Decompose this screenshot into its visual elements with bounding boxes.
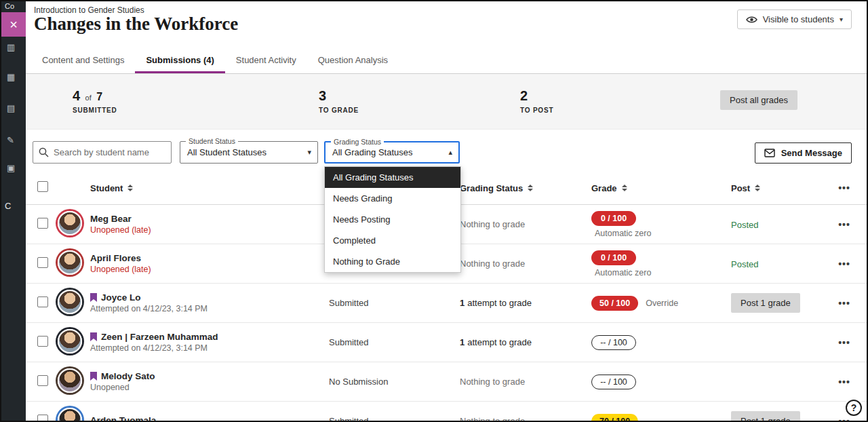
visibility-button[interactable]: Visible to students ▾ [737, 9, 852, 29]
grade-note: Automatic zero [591, 268, 651, 277]
row-menu-button[interactable]: ••• [838, 298, 850, 309]
send-message-button[interactable]: Send Message [755, 142, 852, 164]
column-header-grade[interactable]: Grade [591, 183, 731, 193]
chevron-up-icon: ▴ [448, 148, 452, 157]
envelope-icon [764, 149, 775, 157]
avatar [58, 329, 82, 353]
post-grade-button[interactable]: Post 1 grade [731, 411, 800, 422]
grading-status-cell: 1attempt to grade [460, 337, 591, 347]
menu-option-completed[interactable]: Completed [325, 230, 460, 251]
row-menu-button[interactable]: ••• [838, 416, 850, 422]
sort-icon [622, 185, 627, 191]
menu-option-nothing-to-grade[interactable]: Nothing to Grade [325, 251, 460, 272]
sidebar-list-icon[interactable]: ▣ [7, 163, 20, 173]
filter-bar: Student Status All Student Statuses ▾ Gr… [26, 130, 867, 164]
grade-cell: 0 / 100 Automatic zero [591, 211, 731, 238]
grade-note: Override [646, 299, 678, 308]
grade-pill[interactable]: 0 / 100 [591, 211, 636, 226]
sidebar-grid-icon[interactable]: ▦ [7, 72, 20, 82]
sort-icon [127, 185, 133, 191]
grade-pill[interactable]: 70 / 100 [591, 414, 638, 422]
tab-student-activity[interactable]: Student Activity [225, 47, 307, 73]
row-checkbox[interactable] [37, 375, 48, 386]
student-status-select[interactable]: Student Status All Student Statuses ▾ [180, 141, 318, 164]
screen: Co × ▥ ▦ ▤ ✎ ▣ C Introduction to Gender … [0, 0, 868, 422]
table-row: Arden Tuomala Submitted Nothing to grade… [26, 402, 867, 422]
stat-to-grade: 3 TO GRADE [319, 88, 359, 114]
submission-status: Submitted [329, 298, 460, 308]
sort-icon [528, 185, 533, 191]
grade-pill[interactable]: -- / 100 [591, 335, 636, 350]
accommodations-flag-icon [90, 293, 97, 302]
grade-pill[interactable]: -- / 100 [591, 375, 636, 389]
student-status-line: Attempted on 4/12/23, 3:14 PM [90, 304, 329, 313]
close-panel-button[interactable]: × [1, 12, 26, 37]
select-all-checkbox[interactable] [37, 181, 48, 192]
sidebar-text-fragment: C [5, 201, 11, 211]
student-name: April Flores [90, 253, 141, 263]
posted-label: Posted [731, 220, 758, 230]
submission-status: No Submission [329, 377, 460, 387]
to-grade-count: 3 [319, 88, 326, 103]
grade-note: Automatic zero [591, 229, 651, 238]
avatar [58, 211, 82, 235]
submission-status: Submitted [329, 337, 460, 347]
menu-option-needs-posting[interactable]: Needs Posting [325, 209, 460, 230]
to-grade-label: TO GRADE [319, 107, 359, 114]
page-header: Introduction to Gender Studies Changes i… [26, 1, 867, 47]
post-all-grades-button[interactable]: Post all grades [720, 90, 797, 110]
grade-cell: -- / 100 [591, 375, 731, 389]
grading-status-label: Grading Status [331, 138, 384, 146]
close-icon: × [9, 17, 18, 32]
tab-content-and-settings[interactable]: Content and Settings [31, 47, 135, 73]
row-checkbox[interactable] [37, 257, 48, 268]
grading-status-select[interactable]: Grading Status All Grading Statuses ▴ Al… [324, 141, 460, 164]
row-checkbox[interactable] [37, 218, 48, 229]
row-menu-button[interactable]: ••• [838, 377, 850, 387]
grading-status-cell: Nothing to grade [460, 377, 591, 387]
menu-option-all-grading-statuses[interactable]: All Grading Statuses [325, 167, 460, 188]
send-message-label: Send Message [781, 148, 842, 158]
table-row: Zeen | Farzeen Muhammad Attempted on 4/1… [26, 323, 867, 362]
grade-cell: 50 / 100 Override [591, 296, 731, 311]
grading-status-cell: Nothing to grade [460, 219, 591, 229]
tab-submissions[interactable]: Submissions (4) [135, 47, 224, 73]
post-grade-button[interactable]: Post 1 grade [731, 293, 800, 313]
sidebar-pencil-icon[interactable]: ✎ [7, 135, 20, 145]
help-button[interactable]: ? [846, 400, 862, 416]
student-name: Meg Bear [90, 214, 132, 224]
table-menu-button[interactable]: ••• [838, 183, 850, 193]
column-header-post[interactable]: Post [731, 183, 833, 193]
grading-status-cell: Nothing to grade [460, 416, 591, 422]
row-menu-button[interactable]: ••• [838, 258, 850, 269]
row-checkbox[interactable] [37, 336, 48, 347]
eye-icon [746, 15, 757, 24]
student-name: Arden Tuomala [90, 415, 156, 422]
row-menu-button[interactable]: ••• [838, 337, 850, 348]
submitted-total: 7 [96, 91, 102, 102]
tab-question-analysis[interactable]: Question Analysis [307, 47, 399, 73]
sidebar-text-fragment: Co [5, 2, 14, 10]
grade-cell: 0 / 100 Automatic zero [591, 250, 731, 277]
column-header-grading-status[interactable]: Grading Status [460, 183, 591, 193]
row-checkbox[interactable] [37, 415, 48, 422]
sidebar-document-icon[interactable]: ▤ [7, 103, 20, 113]
chevron-down-icon: ▾ [307, 148, 311, 157]
row-checkbox[interactable] [37, 296, 48, 307]
submitted-count: 4 [73, 88, 80, 103]
menu-option-needs-grading[interactable]: Needs Grading [325, 188, 460, 209]
column-header-student[interactable]: Student [90, 183, 329, 193]
submission-status: Submitted [329, 416, 460, 422]
sidebar-calendar-icon[interactable]: ▥ [7, 42, 20, 52]
stats-bar: 4 of 7 SUBMITTED 3 TO GRADE 2 TO POST Po… [26, 74, 867, 130]
posted-label: Posted [731, 259, 758, 269]
search-input[interactable] [33, 141, 172, 164]
student-status-line: Unopened [90, 383, 329, 392]
row-menu-button[interactable]: ••• [838, 219, 850, 230]
post-cell: Posted [731, 218, 833, 231]
grade-pill[interactable]: 50 / 100 [591, 296, 638, 311]
tab-bar: Content and Settings Submissions (4) Stu… [26, 47, 867, 74]
stat-to-post: 2 TO POST [520, 88, 553, 114]
grade-pill[interactable]: 0 / 100 [591, 250, 636, 265]
grading-status-menu: All Grading Statuses Needs Grading Needs… [324, 166, 461, 273]
